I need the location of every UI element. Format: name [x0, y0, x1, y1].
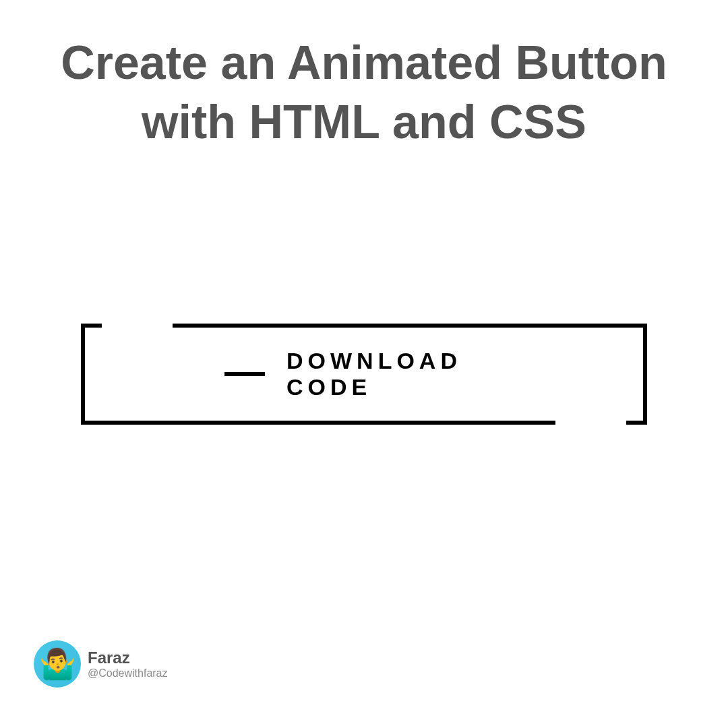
avatar-emoji: 🤷‍♂️ — [39, 646, 76, 681]
page-title: Create an Animated Button with HTML and … — [0, 0, 728, 152]
line-icon — [224, 372, 265, 376]
border-gap-top — [102, 322, 173, 330]
button-label: DOWNLOAD CODE — [286, 348, 504, 400]
author-handle: @Codewithfaraz — [88, 667, 168, 679]
border-gap-bottom — [555, 418, 626, 426]
button-border: DOWNLOAD CODE — [81, 324, 647, 425]
author-section: 🤷‍♂️ Faraz @Codewithfaraz — [34, 640, 168, 688]
animated-button[interactable]: DOWNLOAD CODE — [81, 324, 647, 425]
button-content: DOWNLOAD CODE — [224, 348, 504, 400]
author-info: Faraz @Codewithfaraz — [88, 648, 168, 679]
avatar: 🤷‍♂️ — [34, 640, 81, 688]
author-name: Faraz — [88, 648, 168, 667]
